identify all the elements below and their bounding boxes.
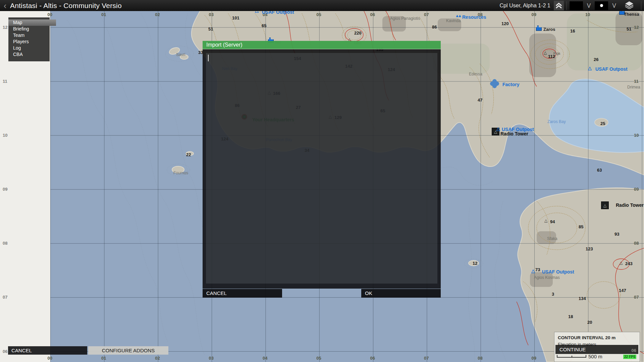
sidebar-item-team[interactable]: Team [8, 32, 50, 39]
dialog-ok-button[interactable]: OK [361, 289, 441, 298]
color-swatch-2[interactable] [595, 1, 608, 10]
player-info: Cpl User, Alpha 1-2 1 [500, 3, 550, 9]
game-screen: 0001020304050607080910000102030405060708… [0, 0, 644, 362]
import-dialog: Import (Server) CANCEL OK [203, 41, 441, 298]
dropdown-arrow-1[interactable]: V [586, 2, 592, 9]
sidebar-item-log[interactable]: Log [8, 45, 50, 51]
sidebar-item-cba[interactable]: CBA [8, 51, 50, 58]
separator [567, 1, 567, 10]
import-dialog-buttons: CANCEL OK [203, 289, 441, 298]
fps-badge: 22 FPS [623, 355, 636, 359]
dialog-cancel-button[interactable]: CANCEL [203, 289, 282, 298]
map-scale-bar [557, 355, 586, 358]
sidebar-item-players[interactable]: Players [8, 39, 50, 45]
import-dialog-body [203, 49, 441, 289]
sidebar-item-briefing[interactable]: Briefing [8, 26, 50, 32]
contour-interval-text: CONTOUR INTERVAL 20 m [558, 335, 640, 340]
continue-button[interactable]: CONTINUE 06 [555, 345, 638, 354]
rank-chevrons-icon[interactable] [554, 1, 564, 10]
map-screen-menu: MapBriefingTeamPlayersLogCBA [8, 17, 50, 61]
map-cancel-button[interactable]: CANCEL [8, 346, 87, 355]
title-bar: ‹ Antistasi - Altis - Community Versio C… [0, 0, 644, 11]
continue-label: CONTINUE [559, 347, 586, 352]
dot-icon [600, 4, 603, 7]
grid-label-behind: 06 [632, 346, 636, 355]
back-chevron-icon[interactable]: ‹ [0, 1, 10, 11]
layers-icon[interactable] [620, 1, 638, 10]
bay-islet [595, 118, 608, 126]
configure-addons-button[interactable]: CONFIGURE ADDONS [88, 346, 168, 355]
color-swatch-1[interactable] [570, 1, 583, 10]
sidebar-item-map[interactable]: Map [8, 19, 56, 26]
map-margin [0, 11, 50, 362]
separator [641, 1, 641, 10]
import-dialog-title: Import (Server) [203, 41, 441, 49]
title-bar-right: Cpl User, Alpha 1-2 1 V V [500, 0, 641, 11]
text-cursor [208, 55, 209, 61]
map-scale-label: 500 m [588, 354, 602, 359]
import-textarea[interactable] [206, 53, 437, 284]
mission-title: Antistasi - Altis - Community Versio [10, 2, 122, 10]
dropdown-arrow-2[interactable]: V [611, 2, 618, 9]
